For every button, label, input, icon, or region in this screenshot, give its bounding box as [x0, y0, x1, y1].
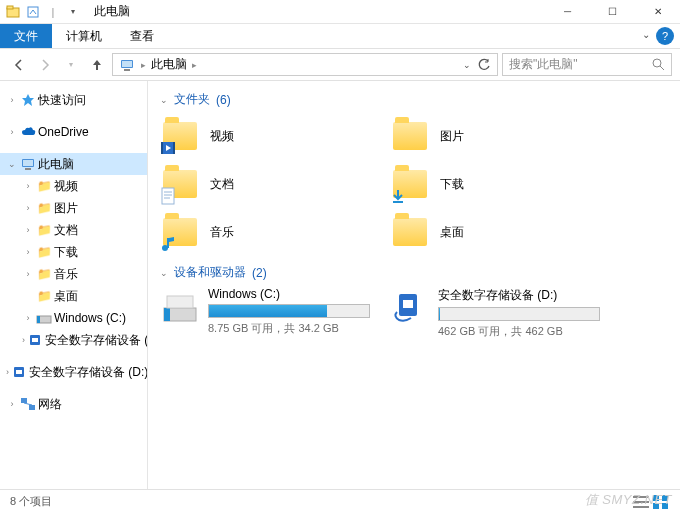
- secure-drive-icon: [27, 332, 43, 348]
- breadcrumb-sep-icon[interactable]: ▸: [190, 60, 199, 70]
- folder-tiles: 视频 图片 文档 下载 音乐 桌面: [160, 114, 668, 254]
- svg-rect-10: [25, 168, 31, 170]
- tile-label: 文档: [210, 176, 234, 193]
- tree-expand-icon[interactable]: ›: [22, 181, 34, 191]
- status-bar: 8 个项目: [0, 489, 680, 513]
- content-pane: ⌄ 文件夹 (6) 视频 图片 文档 下载 音乐: [148, 81, 680, 489]
- nav-forward-button[interactable]: [34, 54, 56, 76]
- breadcrumb-sep-icon[interactable]: ▸: [139, 60, 148, 70]
- tree-expand-icon[interactable]: ›: [6, 127, 18, 137]
- tile-music[interactable]: 音乐: [160, 210, 370, 254]
- tree-expand-icon[interactable]: ›: [6, 399, 18, 409]
- svg-rect-32: [167, 296, 193, 308]
- svg-line-19: [24, 403, 32, 405]
- svg-rect-18: [29, 405, 35, 410]
- group-count: (2): [252, 266, 267, 280]
- this-pc-icon: [119, 57, 135, 73]
- star-icon: [20, 92, 36, 108]
- svg-rect-38: [653, 495, 659, 501]
- address-bar: ▾ ▸ 此电脑 ▸ ⌄ 搜索"此电脑": [0, 49, 680, 81]
- maximize-button[interactable]: ☐: [590, 0, 635, 24]
- tree-expand-icon[interactable]: ›: [6, 95, 18, 105]
- nav-up-button[interactable]: [86, 54, 108, 76]
- nav-label: 此电脑: [38, 156, 74, 173]
- title-bar: | ▾ 此电脑 ─ ☐ ✕: [0, 0, 680, 24]
- qat-divider-icon: |: [44, 3, 62, 21]
- tiles-view-icon[interactable]: [652, 494, 670, 510]
- nav-child-drive-c[interactable]: ›Windows (C:): [0, 307, 147, 329]
- nav-this-pc[interactable]: ⌄ 此电脑: [0, 153, 147, 175]
- svg-rect-17: [21, 398, 27, 403]
- breadcrumb-this-pc[interactable]: 此电脑: [148, 56, 190, 73]
- svg-rect-31: [164, 308, 170, 321]
- nav-onedrive[interactable]: › OneDrive: [0, 121, 147, 143]
- svg-rect-22: [173, 142, 175, 154]
- tree-expand-icon[interactable]: ›: [22, 335, 25, 345]
- capacity-fill: [209, 305, 327, 317]
- minimize-button[interactable]: ─: [545, 0, 590, 24]
- nav-recent-dropdown[interactable]: ▾: [60, 54, 82, 76]
- ribbon-tab-file[interactable]: 文件: [0, 24, 52, 48]
- tile-documents[interactable]: 文档: [160, 162, 370, 206]
- tree-expand-icon[interactable]: ›: [22, 269, 34, 279]
- nav-label: 下载: [54, 244, 78, 261]
- tile-pictures[interactable]: 图片: [390, 114, 600, 158]
- nav-child-videos[interactable]: ›📁视频: [0, 175, 147, 197]
- ribbon-tab-computer[interactable]: 计算机: [52, 24, 116, 48]
- nav-label: 音乐: [54, 266, 78, 283]
- secure-drive-icon: [11, 364, 27, 380]
- ribbon-tab-view[interactable]: 查看: [116, 24, 168, 48]
- document-icon: [158, 186, 178, 206]
- close-button[interactable]: ✕: [635, 0, 680, 24]
- tree-collapse-icon[interactable]: ⌄: [6, 159, 18, 169]
- details-view-icon[interactable]: [632, 494, 650, 510]
- group-title: 文件夹: [174, 91, 210, 108]
- nav-child-drive-d[interactable]: ›安全数字存储设备 (: [0, 329, 147, 351]
- view-switcher[interactable]: [632, 494, 670, 510]
- search-input[interactable]: 搜索"此电脑": [502, 53, 672, 76]
- window-title: 此电脑: [86, 3, 545, 20]
- address-dropdown-icon[interactable]: ⌄: [463, 60, 471, 70]
- address-box[interactable]: ▸ 此电脑 ▸ ⌄: [112, 53, 498, 76]
- app-icon: [4, 3, 22, 21]
- group-folders-header[interactable]: ⌄ 文件夹 (6): [160, 91, 668, 108]
- qat-dropdown-icon[interactable]: ▾: [64, 3, 82, 21]
- qat-properties-icon[interactable]: [24, 3, 42, 21]
- tree-expand-icon[interactable]: ›: [22, 203, 34, 213]
- nav-child-documents[interactable]: ›📁文档: [0, 219, 147, 241]
- refresh-icon[interactable]: [477, 58, 491, 72]
- svg-rect-4: [122, 61, 132, 67]
- svg-rect-23: [162, 188, 174, 204]
- video-icon: [158, 138, 178, 158]
- nav-secure-drive[interactable]: ›安全数字存储设备 (D:): [0, 361, 147, 383]
- tile-label: 图片: [440, 128, 464, 145]
- chevron-down-icon: ⌄: [160, 95, 168, 105]
- drive-d[interactable]: 安全数字存储设备 (D:) 462 GB 可用，共 462 GB: [390, 287, 600, 339]
- tree-expand-icon[interactable]: ›: [22, 313, 34, 323]
- help-button[interactable]: ?: [656, 27, 674, 45]
- music-icon: [158, 234, 178, 254]
- tree-expand-icon[interactable]: ›: [22, 247, 34, 257]
- group-drives-header[interactable]: ⌄ 设备和驱动器 (2): [160, 264, 668, 281]
- nav-back-button[interactable]: [8, 54, 30, 76]
- drive-c[interactable]: Windows (C:) 8.75 GB 可用，共 34.2 GB: [160, 287, 370, 339]
- folder-icon: 📁: [36, 178, 52, 194]
- tile-desktop[interactable]: 桌面: [390, 210, 600, 254]
- tile-label: 桌面: [440, 224, 464, 241]
- nav-label: Windows (C:): [54, 311, 126, 325]
- svg-rect-41: [662, 503, 668, 509]
- svg-rect-9: [23, 160, 33, 166]
- tile-videos[interactable]: 视频: [160, 114, 370, 158]
- nav-child-music[interactable]: ›📁音乐: [0, 263, 147, 285]
- tree-expand-icon[interactable]: ›: [6, 367, 9, 377]
- nav-child-downloads[interactable]: ›📁下载: [0, 241, 147, 263]
- nav-child-pictures[interactable]: ›📁图片: [0, 197, 147, 219]
- nav-network[interactable]: ›网络: [0, 393, 147, 415]
- tile-downloads[interactable]: 下载: [390, 162, 600, 206]
- tile-label: 视频: [210, 128, 234, 145]
- ribbon-expand-icon[interactable]: ⌄: [642, 29, 650, 40]
- drive-icon: [36, 310, 52, 326]
- nav-child-desktop[interactable]: 📁桌面: [0, 285, 147, 307]
- nav-quick-access[interactable]: › 快速访问: [0, 89, 147, 111]
- tree-expand-icon[interactable]: ›: [22, 225, 34, 235]
